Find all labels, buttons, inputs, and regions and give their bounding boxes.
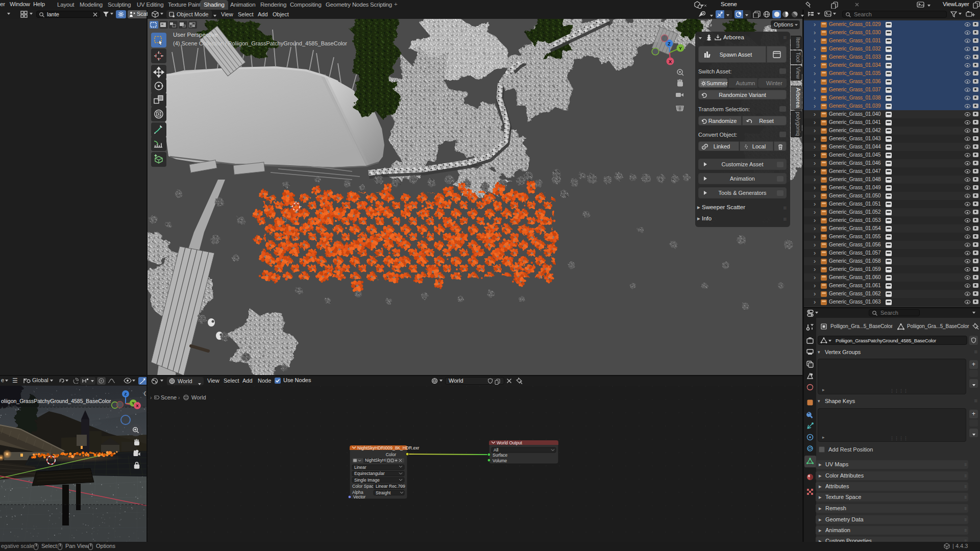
- svg-text:X: X: [136, 404, 139, 408]
- svg-text:Surface: Surface: [493, 453, 508, 458]
- svg-text:Single Image: Single Image: [354, 478, 380, 483]
- svg-text:Linear: Linear: [354, 465, 366, 470]
- svg-text:oliigon_GrassPatchyGround_4585: oliigon_GrassPatchyGround_4585_BaseColor: [1, 398, 111, 404]
- svg-text:Color: Color: [386, 452, 396, 457]
- svg-text:X: X: [669, 59, 672, 64]
- svg-text:›: ›: [150, 395, 152, 400]
- svg-text:Volume: Volume: [493, 458, 507, 463]
- svg-text:Z: Z: [668, 41, 671, 46]
- svg-text:NightSkyHDRI009_8K_HDR.exr: NightSkyHDRI009_8K_HDR.exr: [357, 445, 420, 450]
- svg-text:World: World: [191, 394, 206, 400]
- svg-text:World Output: World Output: [497, 440, 523, 445]
- svg-text:›: ›: [178, 395, 180, 400]
- svg-text:Scene: Scene: [161, 394, 177, 400]
- svg-text:Z: Z: [125, 392, 127, 396]
- svg-text:Color Space: Color Space: [352, 484, 376, 489]
- svg-text:Equirectangular: Equirectangular: [354, 471, 385, 476]
- svg-text:❮: ❮: [143, 391, 146, 396]
- svg-text:Straight: Straight: [376, 490, 391, 495]
- svg-text:Vector: Vector: [353, 494, 365, 499]
- svg-text:Y: Y: [679, 46, 682, 51]
- svg-text:All: All: [494, 447, 499, 453]
